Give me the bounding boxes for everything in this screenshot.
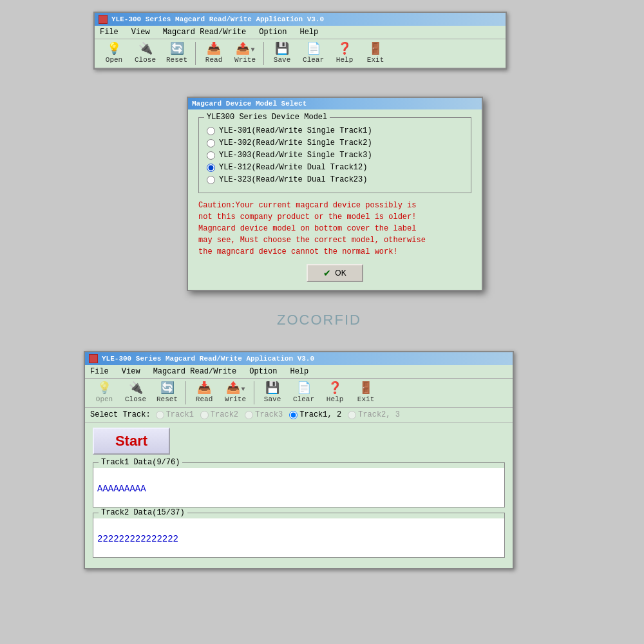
bottom-help-icon: ❓ (328, 383, 342, 394)
bottom-menu-option[interactable]: Option (247, 366, 279, 377)
menu-magcard[interactable]: Magcard Read/Write (160, 27, 249, 37)
open-icon: 💡 (107, 43, 121, 55)
bottom-save-button[interactable]: 💾 Save (258, 381, 287, 404)
bottom-window-title: YLE-300 Series Magcard Read/Write Applic… (102, 355, 314, 363)
track2-option[interactable]: Track2 (200, 410, 238, 419)
track2-input-wrap (93, 513, 504, 557)
menu-help[interactable]: Help (297, 27, 321, 37)
bottom-read-icon: 📥 (197, 383, 211, 394)
track1-input-wrap (93, 463, 504, 507)
radio-yle301[interactable] (207, 127, 215, 135)
dialog-body: YLE300 Series Device Model YLE-301(Read/… (188, 109, 482, 290)
ok-check-icon: ✔ (323, 268, 331, 278)
clear-button[interactable]: 📄 Clear (299, 42, 328, 65)
exit-button[interactable]: 🚪 Exit (361, 42, 390, 65)
bottom-exit-button[interactable]: 🚪 Exit (352, 381, 380, 404)
bottom-open-icon: 💡 (97, 383, 111, 394)
radio-yle312[interactable] (207, 164, 215, 172)
write-dropdown-arrow: ▼ (251, 46, 255, 53)
clear-icon: 📄 (307, 43, 321, 55)
open-button[interactable]: 💡 Open (100, 42, 128, 65)
ok-button[interactable]: ✔ OK (307, 264, 363, 282)
track23-radio[interactable] (348, 411, 356, 419)
app-icon (99, 15, 108, 24)
close-icon: 🔌 (138, 43, 153, 55)
track23-option[interactable]: Track2, 3 (348, 410, 400, 419)
option-yle303[interactable]: YLE-303(Read/Write Single Track3) (207, 151, 463, 160)
bottom-close-button[interactable]: 🔌 Close (121, 381, 150, 404)
track3-option[interactable]: Track3 (245, 410, 283, 419)
option-yle323[interactable]: YLE-323(Read/Write Dual Track23) (207, 175, 463, 184)
track1-data-legend: Track1 Data(9/76) (99, 458, 182, 467)
model-select-dialog: Magcard Device Model Select YLE300 Serie… (187, 97, 483, 291)
bottom-read-button[interactable]: 📥 Read (190, 381, 218, 404)
top-menu-bar: File View Magcard Read/Write Option Help (95, 26, 506, 39)
bottom-menu-magcard[interactable]: Magcard Read/Write (151, 366, 240, 377)
track3-radio[interactable] (245, 411, 253, 419)
track-radio-group: Track1 Track2 Track3 Track1, 2 Track2, 3 (156, 410, 400, 419)
radio-yle302[interactable] (207, 139, 215, 147)
read-button[interactable]: 📥 Read (200, 42, 228, 65)
exit-icon: 🚪 (368, 43, 383, 55)
separator2 (263, 42, 264, 65)
save-icon: 💾 (275, 43, 289, 55)
write-button[interactable]: 📤 ▼ Write (231, 42, 260, 65)
reset-button[interactable]: 🔄 Reset (162, 42, 191, 65)
bottom-clear-icon: 📄 (297, 383, 311, 394)
radio-yle303[interactable] (207, 151, 215, 160)
bottom-write-button[interactable]: 📤 ▼ Write (221, 381, 250, 404)
track1-option[interactable]: Track1 (156, 410, 194, 419)
select-track-bar: Select Track: Track1 Track2 Track3 Track… (85, 408, 513, 422)
menu-view[interactable]: View (129, 27, 153, 37)
dialog-title-bar: Magcard Device Model Select (188, 98, 482, 109)
bottom-menu-view[interactable]: View (119, 366, 143, 377)
separator1 (195, 42, 196, 65)
menu-file[interactable]: File (97, 27, 121, 37)
bottom-close-icon: 🔌 (129, 383, 143, 394)
bottom-title-bar: YLE-300 Series Magcard Read/Write Applic… (85, 352, 513, 365)
track1-data-input[interactable] (93, 468, 504, 507)
track12-option[interactable]: Track1, 2 (289, 410, 341, 419)
bottom-write-icon: 📤 (226, 383, 240, 394)
help-icon: ❓ (337, 43, 352, 55)
save-button[interactable]: 💾 Save (268, 42, 296, 65)
start-button[interactable]: Start (93, 428, 170, 455)
track1-data-group: Track1 Data(9/76) (93, 462, 505, 507)
bottom-help-button[interactable]: ❓ Help (321, 381, 349, 404)
bottom-open-button: 💡 Open (90, 381, 118, 404)
bottom-reset-icon: 🔄 (160, 383, 175, 394)
track2-data-input[interactable] (93, 518, 504, 557)
menu-option[interactable]: Option (256, 27, 289, 37)
option-yle302[interactable]: YLE-302(Read/Write Single Track2) (207, 138, 463, 147)
track1-radio[interactable] (156, 411, 164, 419)
write-icon: 📤 (236, 43, 250, 55)
track2-data-legend: Track2 Data(15/37) (99, 508, 187, 517)
bottom-menu-file[interactable]: File (88, 366, 111, 377)
device-model-legend: YLE300 Series Device Model (204, 113, 330, 122)
option-yle301[interactable]: YLE-301(Read/Write Single Track1) (207, 126, 463, 135)
track2-data-group: Track2 Data(15/37) (93, 513, 505, 558)
bottom-app-icon (89, 354, 98, 363)
option-yle312[interactable]: YLE-312(Read/Write Dual Track12) (207, 163, 463, 172)
device-model-group: YLE300 Series Device Model YLE-301(Read/… (198, 117, 471, 193)
data-section: Track1 Data(9/76) Track2 Data(15/37) (85, 460, 513, 568)
top-title-bar: YLE-300 Series Magcard Read/Write Applic… (95, 13, 506, 26)
bottom-write-dropdown-arrow: ▼ (242, 386, 245, 393)
bottom-reset-button[interactable]: 🔄 Reset (153, 381, 182, 404)
bottom-separator1 (185, 381, 186, 404)
bottom-clear-button[interactable]: 📄 Clear (289, 381, 318, 404)
track12-radio[interactable] (289, 411, 298, 419)
close-button[interactable]: 🔌 Close (131, 42, 160, 65)
bottom-exit-icon: 🚪 (359, 383, 373, 394)
track2-radio[interactable] (200, 411, 209, 419)
bottom-menu-help[interactable]: Help (287, 366, 311, 377)
radio-yle323[interactable] (207, 176, 215, 184)
top-toolbar: 💡 Open 🔌 Close 🔄 Reset 📥 Read 📤 ▼ Write … (95, 39, 506, 68)
bottom-save-icon: 💾 (265, 383, 279, 394)
watermark: ZOCORFID (277, 312, 361, 328)
bottom-separator2 (254, 381, 254, 404)
bottom-toolbar: 💡 Open 🔌 Close 🔄 Reset 📥 Read 📤 ▼ Write … (85, 379, 513, 408)
bottom-window: YLE-300 Series Magcard Read/Write Applic… (84, 351, 514, 569)
caution-text: Caution:Your current magcard device poss… (198, 200, 471, 258)
help-button[interactable]: ❓ Help (330, 42, 359, 65)
